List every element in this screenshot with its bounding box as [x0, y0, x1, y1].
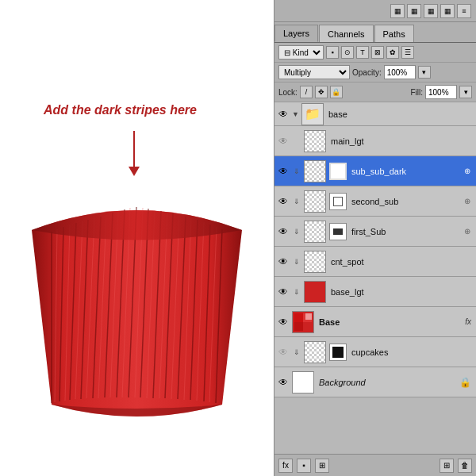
kind-icon-layer[interactable]: ▪ [326, 46, 339, 59]
layer-mask-button[interactable]: ⊞ [315, 459, 329, 473]
layer-name-Base: Base [317, 317, 463, 327]
layer-name-base-lgt: base_lgt [328, 287, 474, 297]
visibility-base-group[interactable]: 👁 [277, 108, 290, 121]
svg-rect-29 [294, 313, 303, 321]
visibility-Base[interactable]: 👁 [277, 316, 290, 328]
layer-link-icon-sub-sub-dark[interactable]: ⊕ [461, 165, 474, 178]
new-layer-button[interactable]: ⊞ [440, 459, 454, 473]
tab-paths[interactable]: Paths [374, 25, 414, 42]
tab-layers[interactable]: Layers [274, 25, 318, 42]
layer-item-sub-sub-dark[interactable]: 👁 ⇓ sub_sub_dark ⊕ [274, 156, 476, 186]
visibility-first-sub[interactable]: 👁 [277, 225, 290, 238]
visibility-second-sub[interactable]: 👁 [277, 195, 290, 208]
layer-name-sub-sub-dark: sub_sub_dark [349, 167, 459, 176]
layer-item-second-sub[interactable]: 👁 ⇓ second_sub ⊕ [274, 186, 476, 217]
kind-toolbar-row: ⊟ Kind ▪ ⊙ T ⊠ ✿ ☰ [274, 43, 476, 63]
panel-icon-1[interactable]: ▦ [390, 4, 405, 18]
kind-icon-shape[interactable]: ⊠ [371, 46, 384, 59]
blend-opacity-row: Multiply Opacity: ▾ [274, 63, 476, 83]
visibility-cupcakes[interactable]: 👁 [277, 346, 290, 359]
kind-icon-smart[interactable]: ✿ [386, 46, 399, 59]
layer-item-first-sub[interactable]: 👁 ⇓ first_Sub ⊕ [274, 217, 476, 247]
layer-link-icon-first-sub[interactable]: ⊕ [461, 225, 474, 238]
visibility-sub-sub-dark[interactable]: 👁 [277, 165, 290, 178]
lock-badge-background: 🔒 [459, 377, 474, 388]
opacity-input[interactable] [384, 65, 416, 79]
svg-rect-31 [294, 322, 303, 331]
layer-name-background: Background [317, 378, 457, 387]
new-group-button[interactable]: fx [278, 459, 293, 473]
layer-item-cupcakes[interactable]: 👁 ⇓ cupcakes [274, 337, 476, 367]
lock-label: Lock: [278, 88, 298, 97]
canvas-panel: Add the dark stripes here [0, 0, 274, 476]
expand-arrow-base[interactable]: ▼ [292, 110, 299, 118]
layer-name-first-sub: first_Sub [349, 227, 459, 236]
fill-input[interactable] [425, 85, 457, 99]
chain-second-sub: ⇓ [292, 195, 301, 208]
layer-thumb-main-lgt [304, 130, 326, 152]
layer-thumb-sub-sub-dark [304, 160, 326, 182]
visibility-cnt-spot[interactable]: 👁 [277, 255, 290, 268]
visibility-main-lgt[interactable]: 👁 [277, 135, 290, 148]
layer-thumb-base-lgt [304, 281, 326, 303]
annotation-text: Add the dark stripes here [44, 103, 197, 117]
chain-sub-sub-dark: ⇓ [292, 165, 301, 178]
panel-top-icons: ▦ ▦ ▦ ▦ ≡ [274, 0, 476, 22]
chain-first-sub: ⇓ [292, 225, 301, 238]
layer-thumb-cnt-spot [304, 251, 326, 273]
layer-item-Base[interactable]: 👁 Base fx [274, 307, 476, 337]
lock-icon-transparent[interactable]: / [300, 86, 313, 98]
canvas-area: Add the dark stripes here [0, 0, 274, 476]
layer-item-background[interactable]: 👁 Background 🔒 [274, 367, 476, 397]
layers-list: 👁 ▼ 📁 base 👁 main_lgt 👁 ⇓ sub_sub_dark ⊕… [274, 102, 476, 454]
panel-tabs: Layers Channels Paths [274, 22, 476, 43]
layer-thumb-cupcakes [304, 341, 326, 363]
opacity-dropdown[interactable]: ▾ [418, 66, 431, 79]
cupcake-illustration [16, 167, 258, 444]
layers-bottom-bar: fx ▪ ⊞ ⊞ 🗑 [274, 454, 476, 476]
visibility-base-lgt[interactable]: 👁 [277, 286, 290, 298]
layer-name-cupcakes: cupcakes [349, 347, 474, 357]
layer-mask-sub-sub-dark [329, 163, 347, 180]
layer-thumb-Base [292, 311, 314, 333]
chain-cnt-spot: ⇓ [292, 255, 301, 268]
tab-channels[interactable]: Channels [319, 25, 373, 42]
lock-icon-position[interactable]: 🔒 [330, 86, 343, 98]
layer-mask-cupcakes [329, 344, 347, 361]
new-adjustment-button[interactable]: ▪ [297, 459, 311, 473]
opacity-label: Opacity: [352, 68, 382, 77]
kind-select[interactable]: ⊟ Kind [278, 45, 324, 60]
layer-thumb-second-sub [304, 190, 326, 213]
layer-item-main-lgt[interactable]: 👁 main_lgt [274, 126, 476, 156]
kind-icon-type[interactable]: T [356, 46, 369, 59]
chain-base-lgt: ⇓ [292, 286, 301, 298]
layer-name-base-group: base [326, 109, 474, 119]
panel-icon-2[interactable]: ▦ [407, 4, 421, 18]
arrow-line [133, 131, 135, 167]
layer-link-icon-second-sub[interactable]: ⊕ [461, 195, 474, 208]
layer-thumb-base-group: 📁 [301, 103, 324, 125]
blend-mode-select[interactable]: Multiply [278, 65, 350, 79]
fill-dropdown[interactable]: ▾ [459, 86, 472, 98]
visibility-background[interactable]: 👁 [277, 376, 290, 389]
kind-icon-more[interactable]: ☰ [401, 46, 414, 59]
annotation-arrow [129, 131, 140, 176]
panel-icon-5[interactable]: ≡ [457, 4, 471, 18]
layer-thumb-background [292, 371, 314, 393]
layer-thumb-first-sub [304, 221, 326, 243]
delete-layer-button[interactable]: 🗑 [458, 459, 472, 473]
kind-icon-adjust[interactable]: ⊙ [341, 46, 354, 59]
fx-badge-Base: fx [465, 317, 474, 326]
layer-name-cnt-spot: cnt_spot [328, 257, 474, 267]
arrow-head [129, 167, 140, 176]
layers-panel: ▦ ▦ ▦ ▦ ≡ Layers Channels Paths ⊟ Kind ▪… [274, 0, 476, 476]
layer-item-base-lgt[interactable]: 👁 ⇓ base_lgt [274, 277, 476, 307]
layer-mask-second-sub [329, 193, 347, 210]
layer-name-second-sub: second_sub [349, 197, 459, 206]
panel-icon-3[interactable]: ▦ [424, 4, 438, 18]
layer-item-cnt-spot[interactable]: 👁 ⇓ cnt_spot [274, 247, 476, 277]
panel-icon-4[interactable]: ▦ [440, 4, 455, 18]
layer-item-base-group[interactable]: 👁 ▼ 📁 base [274, 102, 476, 126]
lock-fill-row: Lock: / ✥ 🔒 Fill: ▾ [274, 83, 476, 102]
lock-icon-pixels[interactable]: ✥ [315, 86, 328, 98]
